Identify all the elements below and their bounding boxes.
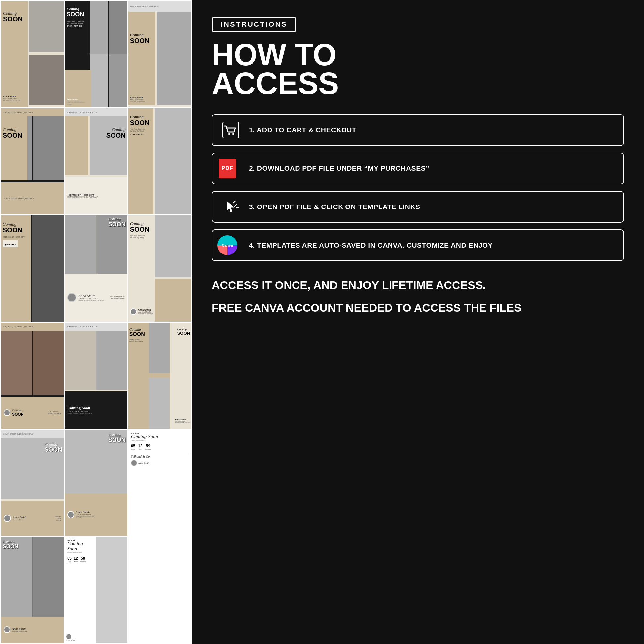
step-1-text: 1. ADD TO CART & CHECKOUT bbox=[249, 125, 356, 134]
cursor-icon bbox=[219, 197, 242, 217]
template-card[interactable]: Coming SOON Anna Smith Your Local Realto… bbox=[1, 1, 64, 107]
canva-icon: Canva bbox=[219, 235, 242, 255]
pdf-icon: PDF bbox=[219, 159, 242, 178]
step-4-text: 4. TEMPLATES ARE AUTO-SAVED IN CANVA. CU… bbox=[249, 241, 493, 250]
step-4: Canva 4. TEMPLATES ARE AUTO-SAVED IN CAN… bbox=[212, 229, 624, 261]
step-1: 1. ADD TO CART & CHECKOUT bbox=[212, 114, 624, 146]
svg-point-1 bbox=[228, 133, 230, 135]
template-card[interactable]: 38 MAIN STREET, SYDNEY, AUSTRALIA Coming… bbox=[1, 323, 64, 429]
template-card[interactable]: Anna Smith TRUSTED REAL ESTATE 123 ANYWH… bbox=[65, 430, 127, 536]
template-card[interactable]: 38 MAIN STREET, SYDNEY, AUSTRALIA Coming… bbox=[1, 108, 64, 214]
cart-icon bbox=[219, 120, 242, 140]
template-card[interactable]: 38 MAIN STREET, SYDNEY, AUSTRALIA Anna S… bbox=[1, 430, 64, 536]
svg-rect-0 bbox=[223, 122, 239, 138]
free-canva-text: FREE CANVA ACCOUNT NEEDED TO ACCESS THE … bbox=[212, 301, 624, 315]
template-card[interactable]: Anna Smith TRUSTED REAL ESTATE Coming SO… bbox=[1, 537, 64, 643]
template-card[interactable]: 38 MAIN STREET, SYDNEY, AUSTRALIA Coming… bbox=[65, 323, 127, 429]
instructions-badge: INSTRUCTIONS bbox=[212, 17, 296, 32]
template-card[interactable]: Coming Soon Hold Your Breath for the Nex… bbox=[128, 108, 191, 214]
template-card[interactable]: MAIN STREET, SYDNEY, AUSTRALIA Coming So… bbox=[128, 1, 191, 107]
template-card[interactable]: WE ARE Coming Soon www.yourpage.com 05 D… bbox=[128, 430, 191, 536]
instructions-panel: INSTRUCTIONS HOW TO ACCESS 1. ADD TO CAR… bbox=[192, 0, 644, 644]
template-card[interactable]: Coming Soon Hold Your Breath for the Nex… bbox=[65, 1, 127, 107]
step-3: 3. OPEN PDF FILE & CLICK ON TEMPLATE LIN… bbox=[212, 191, 624, 223]
lifetime-access-text: ACCESS IT ONCE, AND ENJOY LIFETIME ACCES… bbox=[212, 278, 624, 292]
template-card[interactable]: WE ARE Coming Soon www.yourpage.com 05 D… bbox=[65, 537, 127, 643]
template-card[interactable]: Coming Soon 4 BDRM | 3 BTH | 2915 SQFT $… bbox=[1, 215, 64, 322]
svg-point-2 bbox=[232, 133, 234, 135]
template-card[interactable]: Coming Soon 38 MAIN STREET, SYDNEY, AUST… bbox=[128, 323, 191, 429]
step-3-text: 3. OPEN PDF FILE & CLICK ON TEMPLATE LIN… bbox=[249, 202, 420, 211]
step-2-text: 2. DOWNLOAD PDF FILE UNDER “MY PURCHASES… bbox=[249, 164, 429, 173]
template-card[interactable]: Anna Smith TRUSTED REAL ESTATE 123 ANYWH… bbox=[65, 215, 127, 322]
template-card[interactable]: Coming Soon Hold Your Breath for the Nex… bbox=[128, 215, 191, 322]
step-2: PDF 2. DOWNLOAD PDF FILE UNDER “MY PURCH… bbox=[212, 153, 624, 184]
main-heading: HOW TO ACCESS bbox=[212, 40, 624, 98]
template-gallery: Coming SOON Anna Smith Your Local Realto… bbox=[0, 0, 192, 644]
template-card[interactable]: 38 MAIN STREET, SYDNEY, AUSTRALIA Coming… bbox=[65, 108, 127, 214]
